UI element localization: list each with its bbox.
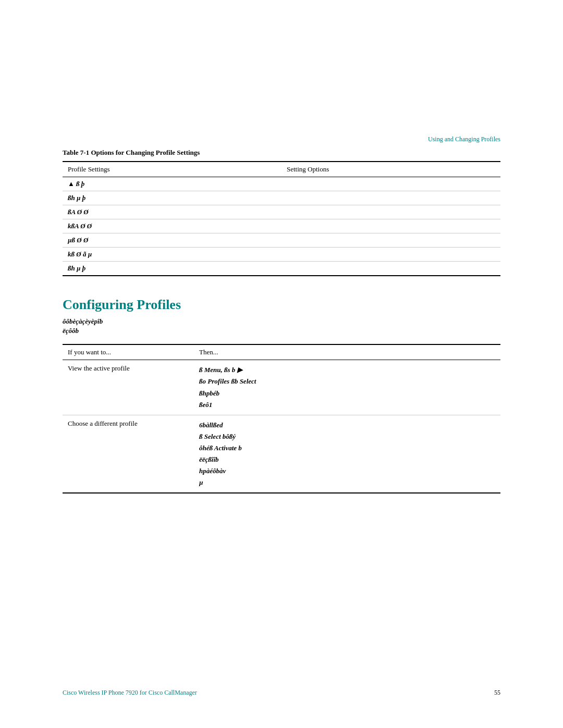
profile-settings-cell: µß Ø Ø: [63, 233, 282, 248]
then-line: ß Select bôßý: [199, 431, 495, 442]
subtitle-line2: ëçôôb: [63, 326, 500, 336]
col-profile-header: Profile Settings: [63, 162, 282, 177]
setting-options-cell: [282, 262, 500, 276]
then-line: µ: [199, 477, 495, 488]
profile-settings-cell: ßh µ þ: [63, 191, 282, 205]
then-line: hpàéôbàv: [199, 465, 495, 477]
profile-settings-cell: kß Ø ã µ: [63, 248, 282, 262]
table-row: kßA Ø Ø: [63, 219, 500, 233]
then-line: ßo Profiles ßb Select: [199, 376, 495, 387]
col-options-header: Setting Options: [282, 162, 500, 177]
if-cell: Choose a different profile: [63, 415, 194, 493]
then-line: ßeô1: [199, 399, 495, 411]
table-row: ßh µ þ: [63, 262, 500, 276]
profile-settings-cell: ▲ ß þ: [63, 177, 282, 191]
footer-page-number: 55: [494, 689, 500, 697]
if-cell: View the active profile: [63, 360, 194, 415]
setting-options-cell: [282, 248, 500, 262]
table-row: ßh µ þ: [63, 191, 500, 205]
table-caption: Table 7-1 Options for Changing Profile S…: [63, 149, 500, 157]
then-line: ëëçßîîb: [199, 454, 495, 465]
footer-left-text: Cisco Wireless IP Phone 7920 for Cisco C…: [63, 689, 197, 697]
config-section: Configuring Profiles ôôbèçàçèyèpîb ëçôôb…: [63, 297, 500, 493]
setting-options-cell: [282, 177, 500, 191]
then-line: 6bàllßed: [199, 419, 495, 431]
table-row: ▲ ß þ: [63, 177, 500, 191]
setting-options-cell: [282, 219, 500, 233]
setting-options-cell: [282, 233, 500, 248]
section-header-link: Using and Changing Profiles: [63, 135, 500, 143]
profile-settings-cell: ßh µ þ: [63, 262, 282, 276]
subtitle-line1: ôôbèçàçèyèpîb: [63, 317, 500, 326]
options-table: Profile Settings Setting Options ▲ ß þßh…: [63, 161, 500, 276]
config-subtitle: ôôbèçàçèyèpîb ëçôôb: [63, 317, 500, 336]
header-link-text: Using and Changing Profiles: [428, 135, 500, 143]
setting-options-cell: [282, 205, 500, 219]
then-line: ßhpbéb: [199, 388, 495, 399]
profile-settings-cell: kßA Ø Ø: [63, 219, 282, 233]
then-line: ôhéß Activate b: [199, 442, 495, 454]
config-title: Configuring Profiles: [63, 297, 500, 313]
profile-settings-cell: ßA Ø Ø: [63, 205, 282, 219]
table-row: µß Ø Ø: [63, 233, 500, 248]
col-then-header: Then...: [194, 344, 500, 360]
col-if-header: If you want to...: [63, 344, 194, 360]
config-table: If you want to... Then... View the activ…: [63, 344, 500, 493]
config-table-row: View the active profileß Menu, ßs b ▶ßo …: [63, 360, 500, 415]
then-cell: ß Menu, ßs b ▶ßo Profiles ßb Selectßhpbé…: [194, 360, 500, 415]
top-section: Using and Changing Profiles Table 7-1 Op…: [63, 135, 500, 276]
config-table-row: Choose a different profile6bàllßedß Sele…: [63, 415, 500, 493]
page-container: Using and Changing Profiles Table 7-1 Op…: [0, 0, 563, 728]
then-line: ß Menu, ßs b ▶: [199, 364, 495, 376]
then-cell: 6bàllßedß Select bôßýôhéß Activate bëëçß…: [194, 415, 500, 493]
page-footer: Cisco Wireless IP Phone 7920 for Cisco C…: [63, 689, 500, 697]
table-row: kß Ø ã µ: [63, 248, 500, 262]
setting-options-cell: [282, 191, 500, 205]
table-row: ßA Ø Ø: [63, 205, 500, 219]
